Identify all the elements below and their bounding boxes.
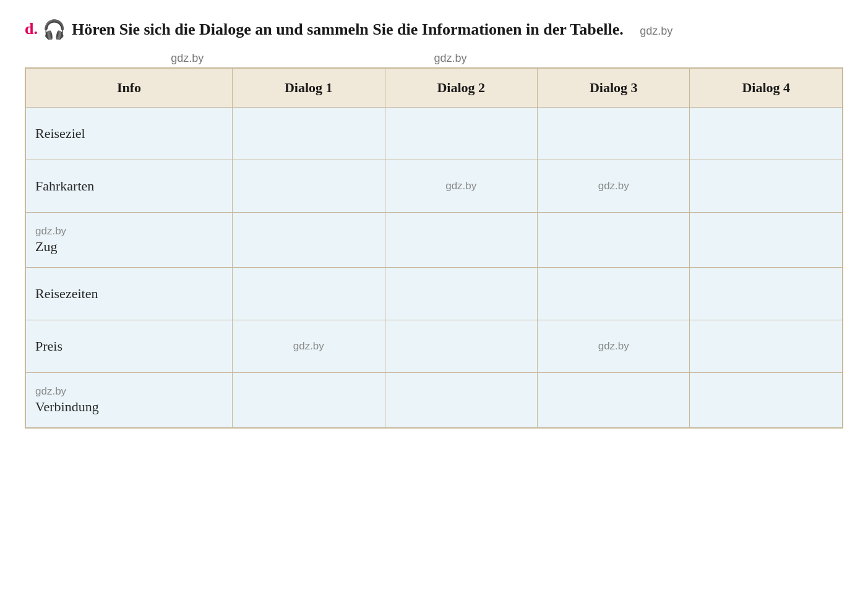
row-dialog2-cell [385, 268, 537, 320]
row-dialog2-cell [385, 373, 537, 428]
header-dialog2: Dialog 2 [385, 69, 537, 108]
row-info-label: Reiseziel [26, 108, 233, 160]
row-dialog4-cell [690, 108, 843, 160]
table-row: Fahrkarten gdz.by gdz.by [26, 160, 843, 213]
row-info-label: Reisezeiten [26, 268, 233, 320]
row-dialog4-cell [690, 213, 843, 268]
cell-watermark: gdz.by [35, 385, 223, 398]
info-table: Info Dialog 1 Dialog 2 Dialog 3 Dialog 4… [25, 68, 843, 428]
instruction-text-content: Hören Sie sich die Dialoge an und sammel… [72, 20, 624, 38]
row-info-label: gdz.by Verbindung [26, 373, 233, 428]
watermark-top-right: gdz.by [640, 25, 672, 37]
header-dialog4: Dialog 4 [690, 69, 843, 108]
header-info: Info [26, 69, 233, 108]
row-info-label: Fahrkarten [26, 160, 233, 213]
row-dialog3-cell: gdz.by [538, 160, 690, 213]
row-dialog1-cell [233, 268, 385, 320]
header-dialog3: Dialog 3 [538, 69, 690, 108]
watermarks-row: gdz.by gdz.by [25, 52, 843, 65]
table-row: Reiseziel [26, 108, 843, 160]
cell-watermark: gdz.by [395, 180, 528, 192]
cell-watermark: gdz.by [547, 340, 680, 352]
row-dialog3-cell [538, 108, 690, 160]
row-dialog1-cell [233, 213, 385, 268]
instruction-letter: d. [25, 19, 38, 40]
table-row: Reisezeiten [26, 268, 843, 320]
watermark-row1-center: gdz.by [434, 52, 466, 65]
cell-watermark: gdz.by [547, 180, 680, 192]
row-dialog4-cell [690, 160, 843, 213]
row-dialog1-cell: gdz.by [233, 320, 385, 373]
table-row: gdz.by Zug [26, 213, 843, 268]
row-dialog3-cell: gdz.by [538, 320, 690, 373]
watermark-row1-left: gdz.by [171, 52, 204, 65]
row-info-label: Preis [26, 320, 233, 373]
cell-watermark: gdz.by [242, 340, 375, 352]
header-dialog1: Dialog 1 [233, 69, 385, 108]
row-dialog1-cell [233, 108, 385, 160]
row-dialog3-cell [538, 213, 690, 268]
row-dialog4-cell [690, 268, 843, 320]
table-row: Preis gdz.by gdz.by [26, 320, 843, 373]
row-dialog4-cell [690, 373, 843, 428]
cell-watermark: gdz.by [35, 225, 223, 237]
table-row: gdz.by Verbindung [26, 373, 843, 428]
instruction-block: d. 🎧 Hören Sie sich die Dialoge an und s… [25, 19, 843, 41]
instruction-text: Hören Sie sich die Dialoge an und sammel… [72, 19, 672, 40]
headphones-icon: 🎧 [43, 19, 66, 41]
row-dialog2-cell: gdz.by [385, 160, 537, 213]
row-dialog2-cell [385, 108, 537, 160]
row-dialog1-cell [233, 373, 385, 428]
row-dialog2-cell [385, 213, 537, 268]
row-info-label: gdz.by Zug [26, 213, 233, 268]
row-dialog3-cell [538, 373, 690, 428]
row-dialog1-cell [233, 160, 385, 213]
row-dialog4-cell [690, 320, 843, 373]
row-dialog2-cell [385, 320, 537, 373]
info-table-container: Info Dialog 1 Dialog 2 Dialog 3 Dialog 4… [25, 67, 843, 429]
table-header-row: Info Dialog 1 Dialog 2 Dialog 3 Dialog 4 [26, 69, 843, 108]
row-dialog3-cell [538, 268, 690, 320]
